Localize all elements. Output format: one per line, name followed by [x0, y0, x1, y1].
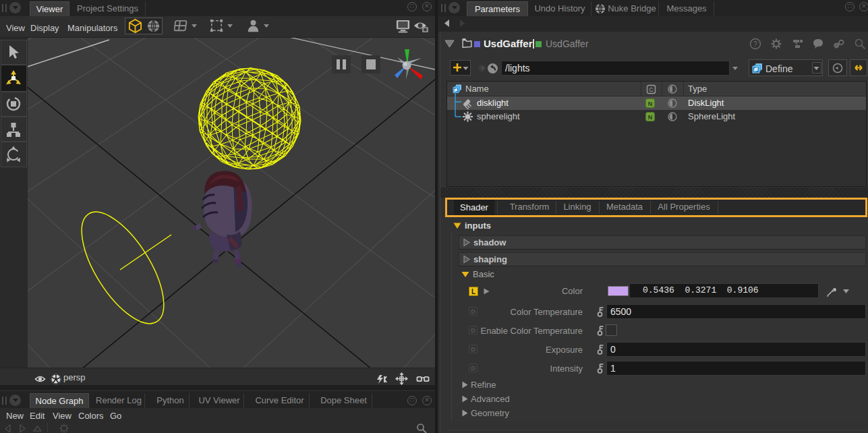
svg-text:C: C	[649, 86, 654, 93]
svg-text:?: ?	[753, 40, 757, 48]
svg-text:?: ?	[481, 65, 484, 71]
